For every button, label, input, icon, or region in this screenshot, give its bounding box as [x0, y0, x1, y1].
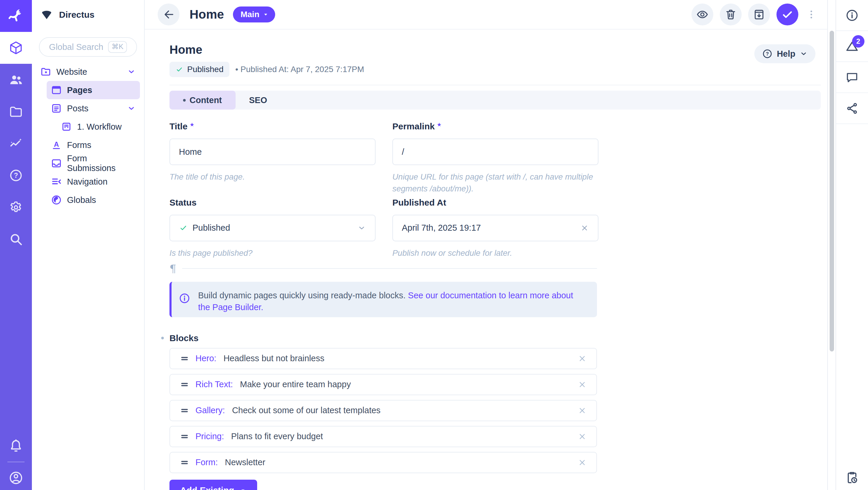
- sidebar-item-posts[interactable]: Posts: [46, 99, 140, 118]
- status-row: Published • Published At: Apr 7, 2025 7:…: [169, 62, 821, 77]
- field-published-at-label: Published At: [392, 197, 446, 208]
- title-value: Home: [179, 147, 202, 157]
- block-row-hero[interactable]: Hero: Headless but not brainless: [169, 348, 597, 369]
- published-at-value: April 7th, 2025 19:17: [402, 223, 481, 233]
- users-icon: [9, 73, 23, 87]
- sidebar-item-workflow[interactable]: 1. Workflow: [57, 118, 140, 136]
- sidebar-item-label: Globals: [67, 195, 96, 205]
- info-panel-button[interactable]: [836, 0, 868, 31]
- revisions-count-badge: 2: [852, 35, 864, 48]
- save-button[interactable]: [776, 4, 798, 25]
- sidebar-item-label: Website: [56, 67, 87, 77]
- module-help[interactable]: ?: [0, 159, 32, 191]
- drag-handle-icon[interactable]: [180, 431, 190, 441]
- sidebar-item-pages[interactable]: Pages: [46, 81, 140, 99]
- remove-block-icon[interactable]: [578, 380, 587, 389]
- help-button[interactable]: ? Help: [754, 44, 815, 63]
- chevron-down-icon[interactable]: [127, 104, 136, 113]
- module-files[interactable]: [0, 96, 32, 128]
- svg-text:A: A: [54, 140, 59, 148]
- main-content: Home Main: [145, 0, 827, 490]
- remove-block-icon[interactable]: [578, 458, 587, 467]
- field-permalink-label: Permalink: [392, 121, 435, 131]
- published-at-input[interactable]: April 7th, 2025 19:17: [392, 215, 598, 241]
- tab-seo[interactable]: SEO: [236, 91, 281, 110]
- blocks-label: Blocks: [169, 333, 198, 343]
- directus-logo[interactable]: [0, 0, 32, 32]
- block-row-form[interactable]: Form: Newsletter: [169, 452, 597, 473]
- scrollbar-thumb[interactable]: [830, 31, 834, 351]
- chevron-down-icon[interactable]: [127, 67, 136, 76]
- project-name: Directus: [59, 10, 94, 20]
- clear-icon[interactable]: [580, 223, 589, 233]
- drag-handle-icon[interactable]: [180, 379, 190, 390]
- project-switcher[interactable]: Directus: [32, 0, 144, 30]
- sidebar-item-label: Navigation: [67, 177, 107, 187]
- preview-button[interactable]: [691, 4, 713, 25]
- tab-content[interactable]: Content: [169, 91, 236, 110]
- field-note: Publish now or schedule for later.: [392, 247, 593, 259]
- tab-bar: Content SEO: [169, 91, 821, 110]
- module-content[interactable]: [0, 32, 32, 64]
- title-input[interactable]: Home: [169, 139, 376, 165]
- drag-handle-icon[interactable]: [180, 405, 190, 416]
- remove-block-icon[interactable]: [578, 432, 587, 441]
- comment-icon: [845, 70, 859, 84]
- notifications-button[interactable]: [0, 436, 32, 456]
- tab-label: Content: [190, 95, 222, 105]
- module-users[interactable]: [0, 64, 32, 96]
- permalink-input[interactable]: /: [392, 139, 598, 165]
- block-title: Headless but not brainless: [223, 354, 324, 363]
- global-search-input[interactable]: Global Search ⌘K: [39, 37, 137, 57]
- field-permalink: Permalink ★ / Unique URL for this page (…: [392, 121, 598, 195]
- sidebar-item-website[interactable]: Website: [36, 63, 140, 81]
- version-menu[interactable]: Main: [233, 6, 275, 23]
- form-fields: Title ★ Home The title of this page. Per…: [169, 121, 821, 259]
- block-type: Form:: [195, 458, 218, 467]
- scrollbar-track[interactable]: [827, 0, 836, 490]
- sidebar-item-form-submissions[interactable]: Form Submissions: [46, 154, 140, 173]
- add-existing-button[interactable]: Add Existing: [169, 480, 257, 490]
- sidebar-item-label: Forms: [67, 140, 91, 150]
- field-title-label: Title: [169, 121, 187, 131]
- letter-a-icon: A: [51, 140, 62, 151]
- drag-handle-icon[interactable]: [180, 354, 190, 364]
- sidebar-item-globals[interactable]: Globals: [46, 191, 140, 209]
- info-notice: Build dynamic pages quickly using ready-…: [169, 282, 597, 317]
- account-button[interactable]: [0, 467, 32, 488]
- sidebar-item-forms[interactable]: A Forms: [46, 136, 140, 154]
- cube-icon: [8, 40, 23, 55]
- rabbit-icon: [8, 8, 24, 24]
- revisions-panel-button[interactable]: 2: [836, 31, 868, 62]
- remove-block-icon[interactable]: [578, 406, 587, 415]
- question-circle-icon: ?: [762, 49, 773, 59]
- shares-panel-button[interactable]: [836, 93, 868, 124]
- rail-bottom: [0, 436, 32, 488]
- block-row-rich-text[interactable]: Rich Text: Make your entire team happy: [169, 374, 597, 395]
- more-options-button[interactable]: [805, 9, 818, 20]
- field-title: Title ★ Home The title of this page.: [169, 121, 376, 195]
- block-row-gallery[interactable]: Gallery: Check out some of our latest te…: [169, 400, 597, 421]
- status-select[interactable]: Published: [169, 215, 376, 241]
- kebab-icon: [806, 9, 817, 20]
- module-insights[interactable]: [0, 128, 32, 159]
- remove-block-icon[interactable]: [578, 354, 587, 363]
- module-settings[interactable]: [0, 191, 32, 223]
- collection-tree: Website Pages Posts 1. Workflow A Forms: [32, 63, 144, 209]
- drag-handle-icon[interactable]: [180, 458, 190, 467]
- status-badge: Published: [169, 62, 229, 77]
- field-status-label: Status: [169, 197, 197, 208]
- sidebar-item-navigation[interactable]: Navigation: [46, 173, 140, 191]
- delete-button[interactable]: [720, 4, 742, 25]
- edited-dot: [183, 99, 186, 101]
- gear-icon: [9, 200, 23, 214]
- archive-button[interactable]: [748, 4, 770, 25]
- folder-star-icon: [40, 66, 51, 78]
- block-row-pricing[interactable]: Pricing: Plans to fit every budget: [169, 426, 597, 447]
- flows-button[interactable]: [836, 470, 868, 485]
- module-search[interactable]: [0, 223, 32, 255]
- comments-panel-button[interactable]: [836, 62, 868, 93]
- sidebar-item-label: Posts: [67, 104, 89, 114]
- app-root: ? Directus Global Search ⌘K: [0, 0, 868, 490]
- back-button[interactable]: [158, 4, 180, 25]
